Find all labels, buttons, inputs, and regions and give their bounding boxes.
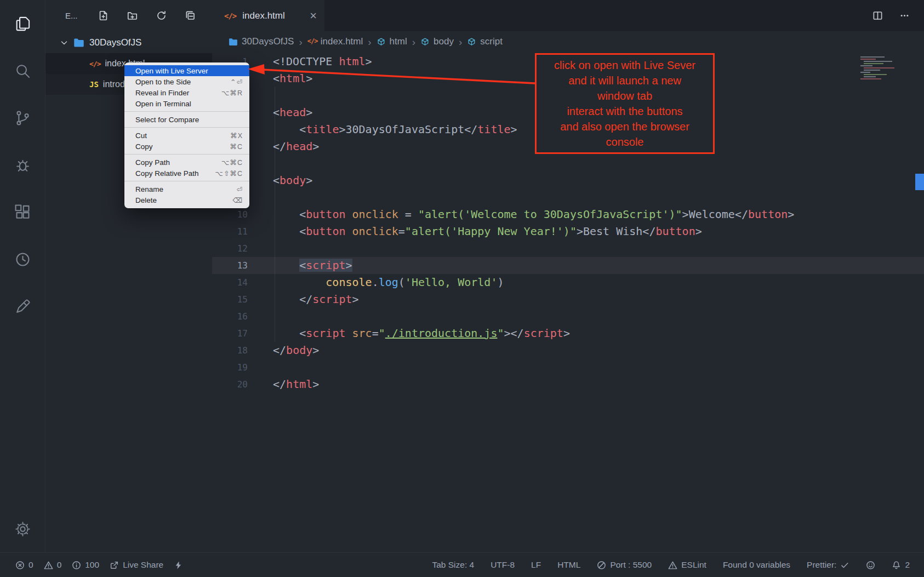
annotation-line: click on open with Live Sever [537, 58, 713, 73]
breadcrumb-separator: › [368, 37, 371, 47]
menu-shortcut: ⌘C [230, 142, 243, 151]
code-text [248, 240, 273, 257]
context-menu: Open with Live ServerOpen to the Side⌃⏎R… [124, 62, 249, 208]
tab-index-html[interactable]: </> index.html × [212, 0, 324, 31]
menu-item-select-for-compare[interactable]: Select for Compare [124, 114, 249, 125]
menu-item-copy-path[interactable]: Copy Path⌥⌘C [124, 157, 249, 168]
status-bar: 00100Live Share Tab Size: 4UTF-8LFHTMLPo… [0, 552, 924, 577]
status-quick-fix[interactable] [174, 561, 183, 570]
menu-item-copy[interactable]: Copy⌘C [124, 141, 249, 152]
code-line-19: 19 [212, 359, 924, 376]
status-variables[interactable]: Found 0 variables [723, 560, 790, 570]
line-number: 11 [212, 223, 248, 240]
new-file-icon[interactable] [98, 10, 109, 21]
menu-shortcut: ⌥⇧⌘C [215, 169, 243, 178]
code-line-14: 14 console.log('Hello, World') [212, 274, 924, 291]
menu-item-cut[interactable]: Cut⌘X [124, 130, 249, 141]
breadcrumb-index-html[interactable]: </>index.html [307, 36, 363, 47]
activity-explorer[interactable] [0, 0, 45, 47]
breadcrumb-html[interactable]: html [377, 36, 407, 47]
status-live-share[interactable]: Live Share [110, 560, 163, 570]
status-tab-size[interactable]: Tab Size: 4 [432, 560, 474, 570]
status-feedback-smiley[interactable] [866, 561, 875, 570]
code-text [248, 189, 273, 206]
code-line-11: 11 <button onclick="alert('Happy New Yea… [212, 223, 924, 240]
code-text: <body> [248, 172, 312, 189]
code-text: <head> [248, 104, 312, 121]
minimap[interactable] [859, 55, 909, 82]
status-language-mode[interactable]: HTML [557, 560, 580, 570]
annotation-note: click on open with Live Severand it will… [535, 53, 715, 154]
scrollbar-marker[interactable] [915, 174, 924, 190]
code-text: <button onclick = "alert('Welcome to 30D… [248, 206, 794, 223]
menu-item-reveal-in-finder[interactable]: Reveal in Finder⌥⌘R [124, 87, 249, 98]
extensions-icon [14, 204, 31, 221]
menu-item-open-with-live-server[interactable]: Open with Live Server [124, 65, 249, 76]
breadcrumb-30DaysOfJS[interactable]: 30DaysOfJS [229, 36, 294, 47]
line-number: 15 [212, 291, 248, 308]
menu-item-open-to-the-side[interactable]: Open to the Side⌃⏎ [124, 76, 249, 87]
more-actions-icon[interactable] [899, 10, 910, 21]
status-notifications[interactable]: 2 [892, 560, 910, 570]
status-warnings[interactable]: 0 [44, 560, 62, 570]
split-editor-icon[interactable] [872, 10, 883, 21]
activity-search[interactable] [0, 47, 45, 94]
menu-item-copy-relative-path[interactable]: Copy Relative Path⌥⇧⌘C [124, 168, 249, 179]
annotation-line: window tab [537, 88, 713, 104]
line-number: 18 [212, 342, 248, 359]
breadcrumb-script[interactable]: script [467, 36, 503, 47]
status-eslint[interactable]: ESLint [668, 560, 706, 570]
menu-separator [124, 111, 249, 112]
status-encoding[interactable]: UTF-8 [490, 560, 515, 570]
code-icon: </> [89, 60, 100, 68]
annotation-line: console [537, 134, 713, 150]
js-icon: JS [89, 80, 99, 89]
code-line-20: 20</html> [212, 376, 924, 393]
breadcrumb-body[interactable]: body [420, 36, 454, 47]
folder-icon [73, 37, 84, 48]
warning-icon [44, 561, 53, 570]
new-folder-icon[interactable] [127, 10, 138, 21]
tree-root-folder[interactable]: 30DaysOfJS [45, 32, 212, 53]
menu-shortcut: ⌫ [232, 196, 243, 204]
activity-source-control[interactable] [0, 94, 45, 141]
annotation-line: and also open the browser [537, 119, 713, 134]
smiley-icon [866, 561, 875, 570]
pen-icon [14, 298, 31, 315]
menu-item-open-in-terminal[interactable]: Open in Terminal [124, 98, 249, 109]
code-text: </script> [248, 291, 359, 308]
status-prettier[interactable]: Prettier: [807, 560, 849, 570]
bell-icon [892, 561, 901, 570]
status-live-server-port[interactable]: Port : 5500 [597, 560, 652, 570]
line-number: 14 [212, 274, 248, 291]
status-errors[interactable]: 0 [15, 560, 33, 570]
activity-bar [0, 0, 45, 552]
explorer-actions [98, 10, 196, 21]
chevron-down-icon [60, 38, 69, 47]
status-info[interactable]: 100 [72, 560, 99, 570]
code-line-17: 17 <script src="./introduction.js"></scr… [212, 325, 924, 342]
tab-close-icon[interactable]: × [310, 10, 317, 22]
annotation-line: and it will launch a new [537, 73, 713, 88]
code-text [248, 155, 273, 172]
refresh-explorer-icon[interactable] [156, 10, 167, 21]
status-eol[interactable]: LF [531, 560, 541, 570]
editor-actions [872, 0, 924, 31]
code-text: <script> [248, 257, 352, 274]
line-number: 10 [212, 206, 248, 223]
activity-settings[interactable] [0, 505, 45, 552]
activity-run-debug[interactable] [0, 141, 45, 188]
activity-feedback[interactable] [0, 283, 45, 330]
check-icon [840, 561, 849, 570]
collapse-folders-icon[interactable] [185, 10, 196, 21]
activity-extensions[interactable] [0, 188, 45, 236]
code-text: </head> [248, 138, 319, 155]
activity-timeline[interactable] [0, 236, 45, 283]
code-text [248, 87, 273, 104]
code-icon: </> [307, 37, 317, 47]
menu-item-rename[interactable]: Rename⏎ [124, 184, 249, 195]
code-line-8: 8<body> [212, 172, 924, 189]
symbol-icon [377, 37, 386, 47]
status-left: 00100Live Share [15, 560, 183, 570]
menu-item-delete[interactable]: Delete⌫ [124, 195, 249, 205]
